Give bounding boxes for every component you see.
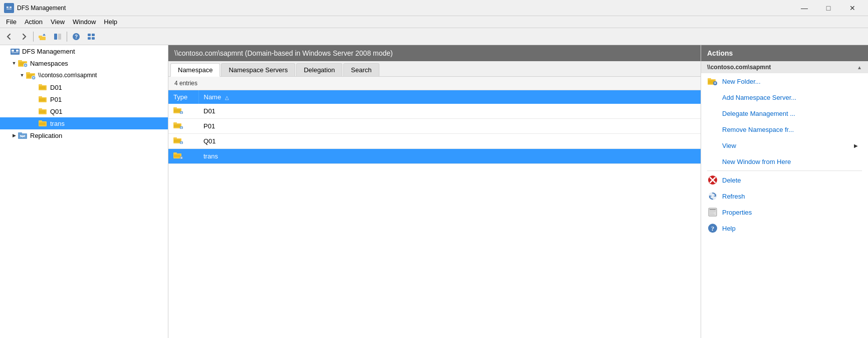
table-row[interactable]: D01 — [168, 104, 701, 119]
table-row[interactable]: trans — [168, 149, 701, 164]
tree-folder-trans-label: trans — [50, 120, 65, 127]
minimize-button[interactable]: — — [793, 2, 816, 15]
tree-replication-label: Replication — [30, 132, 62, 139]
sort-arrow: △ — [225, 95, 229, 100]
action-spacer-5 — [707, 156, 718, 167]
tabs-bar: Namespace Namespace Servers Delegation S… — [168, 61, 701, 77]
back-button[interactable] — [2, 30, 16, 43]
action-refresh[interactable]: Refresh — [701, 188, 868, 204]
tab-delegation[interactable]: Delegation — [296, 63, 342, 76]
tree-folder-d01[interactable]: D01 — [0, 81, 168, 93]
action-new-folder[interactable]: + New Folder... — [701, 73, 868, 89]
action-remove-label: Remove Namespace fr... — [722, 126, 794, 133]
folder-q01-icon — [38, 106, 48, 116]
main-container: DFS Management ▼ Namespaces ▼ — [0, 45, 868, 338]
up-button[interactable] — [36, 30, 50, 43]
toolbar-separator-2 — [67, 32, 67, 42]
tree-root[interactable]: DFS Management — [0, 45, 168, 57]
tree-expand-p01 — [30, 95, 38, 103]
window-title: DFS Management — [17, 5, 793, 12]
action-help[interactable]: ? Help — [701, 220, 868, 236]
delete-icon — [707, 175, 718, 186]
tree-expand-namespaces[interactable]: ▼ — [10, 59, 18, 67]
row-type-q01 — [168, 134, 198, 149]
menu-window[interactable]: Window — [69, 17, 100, 28]
action-new-window-label: New Window from Here — [722, 158, 791, 165]
row-type-d01 — [168, 104, 198, 119]
view-button[interactable] — [84, 30, 98, 43]
svg-rect-3 — [7, 9, 12, 10]
table-row[interactable]: P01 — [168, 119, 701, 134]
tree-namespaces[interactable]: ▼ Namespaces — [0, 57, 168, 69]
svg-rect-7 — [58, 34, 61, 40]
content-table: Type Name △ — [168, 90, 701, 338]
action-divider-1 — [707, 171, 862, 171]
svg-rect-41 — [173, 107, 177, 109]
help-toolbar-button[interactable]: ? — [69, 30, 83, 43]
maximize-button[interactable]: □ — [817, 2, 840, 15]
content-panel: \\contoso.com\sapmnt (Domain-based in Wi… — [168, 45, 701, 338]
svg-rect-75 — [710, 211, 716, 212]
svg-rect-53 — [173, 137, 177, 139]
action-new-window[interactable]: New Window from Here — [701, 153, 868, 170]
actions-section-title: \\contoso.com\sapmnt ▲ — [701, 61, 868, 73]
submenu-arrow-icon: ▶ — [854, 143, 862, 148]
action-remove-namespace[interactable]: Remove Namespace fr... — [701, 121, 868, 137]
svg-rect-19 — [18, 60, 22, 62]
tree-folder-q01[interactable]: Q01 — [0, 105, 168, 117]
tab-namespace[interactable]: Namespace — [170, 63, 220, 77]
action-help-label: Help — [722, 225, 736, 232]
forward-button[interactable] — [17, 30, 31, 43]
tree-expand-replication[interactable]: ▶ — [10, 131, 18, 139]
svg-rect-39 — [18, 132, 22, 134]
content-header: \\contoso.com\sapmnt (Domain-based in Wi… — [168, 45, 701, 61]
svg-rect-36 — [39, 120, 42, 122]
toolbar-separator-1 — [33, 32, 34, 42]
svg-rect-48 — [174, 124, 180, 127]
col-header-name[interactable]: Name △ — [198, 90, 701, 104]
new-folder-icon: + — [707, 76, 718, 87]
tab-namespace-servers[interactable]: Namespace Servers — [221, 63, 295, 76]
tree-replication[interactable]: ▶ Replication — [0, 129, 168, 141]
close-button[interactable]: ✕ — [841, 2, 864, 15]
svg-rect-6 — [54, 34, 57, 40]
menu-view[interactable]: View — [47, 17, 69, 28]
tree-expand-namespace[interactable]: ▼ — [18, 71, 26, 79]
tree-folder-p01[interactable]: P01 — [0, 93, 168, 105]
show-hide-button[interactable] — [51, 30, 65, 43]
action-properties[interactable]: Properties — [701, 204, 868, 220]
action-delegate-management[interactable]: Delegate Management ... — [701, 105, 868, 121]
menu-file[interactable]: File — [2, 17, 21, 28]
tree-folder-d01-label: D01 — [50, 84, 62, 91]
svg-rect-23 — [26, 72, 30, 74]
row-name-q01: Q01 — [198, 134, 701, 149]
tree-namespace-path[interactable]: ▼ \\contoso.com\sapmnt — [0, 69, 168, 81]
action-view-label: View — [722, 142, 736, 149]
svg-rect-16 — [16, 50, 19, 52]
title-bar: DFS Management — □ ✕ — [0, 0, 868, 16]
tree-expand-q01 — [30, 107, 38, 115]
svg-rect-77 — [710, 214, 715, 215]
action-add-namespace-server[interactable]: Add Namespace Server... — [701, 89, 868, 105]
menu-action[interactable]: Action — [21, 17, 47, 28]
row-name-trans: trans — [198, 149, 701, 164]
action-delete[interactable]: Delete — [701, 172, 868, 188]
action-delete-label: Delete — [722, 177, 741, 184]
action-view[interactable]: View ▶ — [701, 137, 868, 153]
table-row[interactable]: Q01 — [168, 134, 701, 149]
action-properties-label: Properties — [722, 209, 752, 216]
action-new-folder-label: New Folder... — [722, 78, 761, 85]
svg-rect-28 — [39, 86, 46, 89]
tree-folder-trans[interactable]: trans — [0, 117, 168, 129]
svg-rect-27 — [39, 84, 42, 86]
menu-help[interactable]: Help — [100, 17, 121, 28]
action-refresh-label: Refresh — [722, 193, 745, 200]
tree-expand-d01 — [30, 83, 38, 91]
svg-text:?: ? — [711, 225, 715, 232]
action-spacer-2 — [707, 108, 718, 119]
tree-expand-trans — [30, 119, 38, 127]
action-spacer-4 — [707, 140, 718, 151]
tab-search[interactable]: Search — [343, 63, 379, 76]
tree-folder-q01-label: Q01 — [50, 108, 63, 115]
svg-rect-34 — [39, 110, 46, 113]
